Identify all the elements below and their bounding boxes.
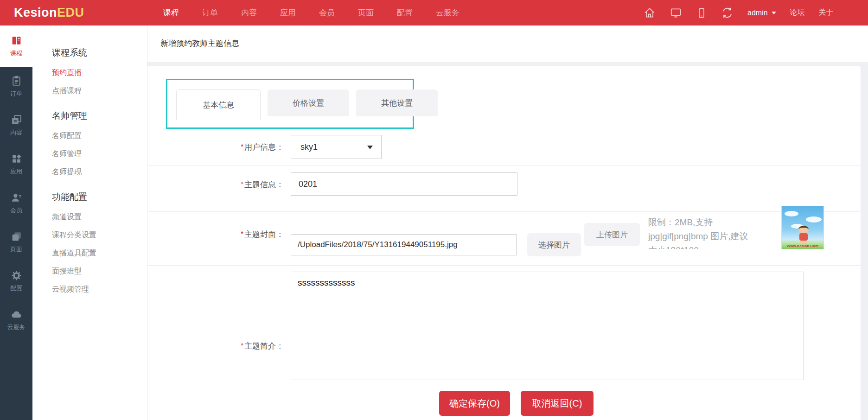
pages-icon bbox=[11, 231, 22, 242]
top-nav-item-8[interactable]: 云服务 bbox=[436, 7, 460, 18]
sidebar-item-label: 订单 bbox=[10, 89, 22, 98]
documents-icon bbox=[11, 114, 22, 126]
submenu-section-2: 名师管理名师配置名师管理名师提现 bbox=[52, 110, 147, 177]
cloud-shape bbox=[806, 216, 822, 223]
submenu-item[interactable]: 名师配置 bbox=[52, 131, 147, 141]
chevron-down-icon bbox=[772, 12, 776, 14]
sidebar-item-3[interactable]: 内容 bbox=[0, 106, 32, 145]
submenu-item[interactable]: 名师管理 bbox=[52, 149, 147, 159]
logo-accent: EDU bbox=[57, 6, 84, 19]
main-content: 新增预约教师主题信息 基本信息 价格设置 其他设置 *用户信息： sky1 *主… bbox=[147, 25, 868, 420]
about-link[interactable]: 关于 bbox=[819, 8, 834, 18]
gear-icon bbox=[11, 270, 22, 281]
submenu-item[interactable]: 点播课程 bbox=[52, 86, 147, 96]
submenu-item[interactable]: 云视频管理 bbox=[52, 285, 147, 294]
topic-intro-textarea[interactable]: sssssssssssss bbox=[291, 272, 804, 380]
select-caret-icon bbox=[367, 146, 373, 149]
clipboard-icon bbox=[11, 75, 22, 87]
refresh-icon[interactable] bbox=[721, 6, 734, 19]
row-divider bbox=[147, 265, 861, 266]
choose-image-button[interactable]: 选择图片 bbox=[527, 233, 581, 256]
required-mark: * bbox=[241, 142, 243, 150]
forum-link[interactable]: 论坛 bbox=[790, 8, 805, 18]
top-nav-menu: 课程订单内容应用会员页面配置云服务 bbox=[163, 0, 460, 25]
top-nav-item-6[interactable]: 页面 bbox=[358, 7, 374, 18]
desktop-preview-icon[interactable] bbox=[670, 7, 682, 19]
member-icon bbox=[11, 192, 22, 204]
secondary-sidebar: 课程系统预约直播点播课程名师管理名师配置名师管理名师提现功能配置频道设置课程分类… bbox=[32, 25, 147, 420]
submenu-section-title: 名师管理 bbox=[52, 110, 147, 122]
cloud-icon bbox=[11, 309, 22, 320]
sidebar-item-8[interactable]: 云服务 bbox=[0, 300, 32, 339]
top-nav-item-1[interactable]: 课程 bbox=[163, 7, 179, 18]
top-nav-item-4[interactable]: 应用 bbox=[280, 7, 296, 18]
submenu-item[interactable]: 预约直播 bbox=[52, 68, 147, 78]
top-nav-item-7[interactable]: 配置 bbox=[397, 7, 413, 18]
tab-price-settings[interactable]: 价格设置 bbox=[268, 89, 349, 116]
sidebar-item-5[interactable]: 会员 bbox=[0, 184, 32, 223]
top-nav-item-3[interactable]: 内容 bbox=[241, 7, 257, 18]
sidebar-item-label: 会员 bbox=[10, 206, 22, 215]
submenu-item[interactable]: 面授班型 bbox=[52, 267, 147, 276]
cover-upload-hint: 限制：2MB,支持 jpg|gif|png|bmp 图片,建议 大小180*10… bbox=[648, 216, 780, 249]
admin-username: admin bbox=[747, 9, 768, 17]
admin-menu[interactable]: admin bbox=[747, 9, 776, 17]
topic-info-label: *主题信息： bbox=[147, 179, 284, 190]
row-divider bbox=[147, 386, 861, 386]
sidebar-item-label: 云服务 bbox=[7, 323, 26, 331]
navbar-right-cluster: admin 论坛 关于 bbox=[644, 0, 834, 25]
sidebar-item-6[interactable]: 页面 bbox=[0, 223, 32, 261]
top-nav-item-2[interactable]: 订单 bbox=[202, 7, 218, 18]
submenu-section-3: 功能配置频道设置课程分类设置直播道具配置面授班型云视频管理 bbox=[52, 191, 147, 294]
tab-basic-info[interactable]: 基本信息 bbox=[176, 89, 261, 120]
cartoon-character bbox=[798, 226, 809, 233]
topic-intro-label: *主题简介： bbox=[147, 341, 284, 351]
sidebar-item-1[interactable]: 课程 bbox=[0, 25, 32, 67]
sidebar-item-label: 应用 bbox=[10, 167, 22, 176]
app-logo: KesionEDU bbox=[14, 0, 84, 25]
sidebar-item-label: 内容 bbox=[10, 128, 22, 137]
cloud-shape bbox=[785, 211, 798, 216]
home-icon[interactable] bbox=[644, 7, 656, 19]
sidebar-item-4[interactable]: 应用 bbox=[0, 145, 32, 184]
book-icon bbox=[11, 35, 22, 46]
row-divider bbox=[147, 211, 861, 212]
top-navbar: KesionEDU 课程订单内容应用会员页面配置云服务 admin 论坛 关于 bbox=[0, 0, 868, 25]
sidebar-item-label: 配置 bbox=[10, 284, 22, 293]
sidebar-item-2[interactable]: 订单 bbox=[0, 67, 32, 106]
page-title: 新增预约教师主题信息 bbox=[160, 25, 239, 62]
primary-sidebar: 课程订单内容应用会员页面配置云服务 bbox=[0, 25, 32, 420]
upload-image-button[interactable]: 上传图片 bbox=[584, 223, 640, 246]
topic-cover-path-input[interactable]: /UploadFiles/2018/75/Y131619449051195.jp… bbox=[291, 234, 517, 255]
cover-thumbnail-image: Www.Kesion.Com bbox=[781, 206, 824, 249]
save-button[interactable]: 确定保存(O) bbox=[439, 391, 510, 416]
user-info-label: *用户信息： bbox=[147, 142, 284, 153]
top-nav-item-5[interactable]: 会员 bbox=[319, 7, 335, 18]
user-info-selected-value: sky1 bbox=[300, 142, 318, 152]
form-panel: 基本信息 价格设置 其他设置 *用户信息： sky1 *主题信息： 0201 *… bbox=[147, 66, 861, 420]
user-info-select[interactable]: sky1 bbox=[291, 135, 382, 159]
tab-other-settings[interactable]: 其他设置 bbox=[356, 89, 438, 116]
page-header: 新增预约教师主题信息 bbox=[147, 25, 868, 62]
topic-cover-label: *主题封面： bbox=[147, 229, 284, 240]
apps-grid-icon bbox=[11, 153, 22, 165]
submenu-item[interactable]: 频道设置 bbox=[52, 212, 147, 222]
cancel-button[interactable]: 取消返回(C) bbox=[521, 391, 594, 416]
submenu-item[interactable]: 课程分类设置 bbox=[52, 230, 147, 240]
submenu-section-title: 课程系统 bbox=[52, 47, 147, 59]
mobile-preview-icon[interactable] bbox=[696, 7, 707, 19]
submenu-section-title: 功能配置 bbox=[52, 191, 147, 203]
submenu-item[interactable]: 名师提现 bbox=[52, 167, 147, 177]
thumbnail-watermark: Www.Kesion.Com bbox=[782, 244, 823, 248]
sidebar-item-7[interactable]: 配置 bbox=[0, 261, 32, 300]
topic-info-input[interactable]: 0201 bbox=[291, 172, 517, 196]
logo-primary: Kesion bbox=[14, 6, 57, 19]
submenu-section-1: 课程系统预约直播点播课程 bbox=[52, 47, 147, 96]
row-divider bbox=[147, 165, 861, 166]
sidebar-item-label: 页面 bbox=[10, 245, 22, 254]
submenu-item[interactable]: 直播道具配置 bbox=[52, 248, 147, 258]
sidebar-item-label: 课程 bbox=[10, 49, 22, 57]
